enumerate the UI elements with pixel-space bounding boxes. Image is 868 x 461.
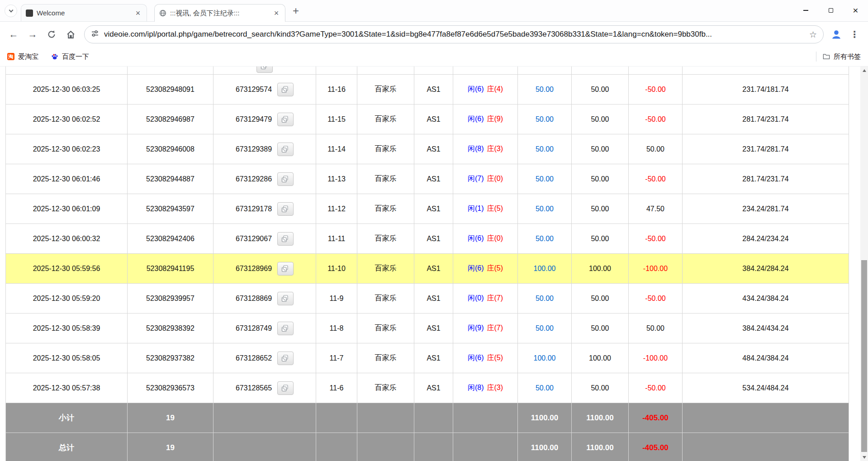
scrollbar[interactable] [860,67,868,461]
game-id-text: 673128652 [236,354,272,362]
profile-icon[interactable] [828,26,844,43]
bookmark-aitaobao[interactable]: 淘 爱淘宝 [7,52,38,61]
cell-game-id: 673128749 [213,314,316,343]
home-button[interactable] [62,25,80,43]
site-info-icon[interactable] [91,29,99,39]
cell-round: 11-11 [316,224,357,254]
bookmark-star-icon[interactable]: ☆ [809,29,817,40]
footer-empty-cell [316,433,357,461]
bookmark-baidu[interactable]: 百度一下 [51,52,89,61]
cell-result: 闲(1)庄(5) [453,194,518,224]
cell-round: 11-16 [316,75,357,105]
close-tab-icon[interactable]: × [134,9,142,17]
replay-icon[interactable] [277,232,294,246]
cell-table: AS1 [414,105,453,134]
new-tab-button[interactable]: + [293,6,299,15]
cell-game-id: 673129574 [213,75,316,105]
total-bet: 1100.00 [518,433,572,461]
cell-game: 百家乐 [357,224,414,254]
footer-empty-cell [683,433,849,461]
cell-round: 11-10 [316,254,357,284]
footer-empty-cell [453,433,518,461]
cell-bet-amount: 50.00 [518,134,572,164]
bet-row: 2025-12-30 05:59:56 523082941195 6731289… [6,254,849,284]
subtotal-row: 小计 19 1100.00 1100.00 -405.00 [6,403,849,433]
cell-game-id: 673129178 [213,194,316,224]
all-bookmarks-button[interactable]: 所有书签 [823,52,861,61]
cell-bet-id: 523082938392 [128,314,213,343]
total-label: 总计 [6,433,128,461]
cell-bet-id: 523082939957 [128,284,213,314]
cell-result: 闲(8)庄(3) [453,134,518,164]
cell-bet-id: 523082946008 [128,134,213,164]
subtotal-label: 小计 [6,403,128,433]
cell-round: 11-9 [316,284,357,314]
replay-icon[interactable] [277,381,294,395]
game-id-text: 673129286 [236,175,272,183]
scrollbar-thumb[interactable] [861,260,867,452]
menu-icon[interactable]: ⋮ [845,25,863,43]
reload-button[interactable] [43,25,61,43]
cell-round: 11-8 [316,314,357,343]
back-button[interactable]: ← [5,25,23,43]
partial-cell [128,67,213,75]
replay-icon[interactable] [256,67,273,73]
partial-row [6,67,849,75]
cell-time: 2025-12-30 06:02:23 [6,134,128,164]
taobao-icon: 淘 [7,53,14,60]
url-text: videoie.com/ipl/portal.php/game/betrecor… [104,30,804,39]
replay-icon[interactable] [277,83,294,96]
game-id-text: 673128869 [236,295,272,303]
cell-table: AS1 [414,373,453,403]
scroll-up-button[interactable] [860,67,868,74]
close-tab-icon[interactable]: × [272,9,280,17]
player-result: 闲(0) [468,294,484,302]
cell-balance: 384.24/434.24 [683,314,849,343]
replay-icon[interactable] [277,322,294,335]
footer-empty-cell [357,433,414,461]
cell-game-id: 673128652 [213,343,316,373]
replay-icon[interactable] [277,292,294,305]
cell-table: AS1 [414,314,453,343]
cell-table: AS1 [414,224,453,254]
player-result: 闲(7) [468,175,484,182]
game-id-text: 673128565 [236,384,272,392]
forward-button[interactable]: → [24,25,42,43]
cell-game: 百家乐 [357,194,414,224]
tab-bet-record[interactable]: :::视讯, 会员下注纪录::: × [154,4,285,22]
player-result: 闲(9) [468,324,484,332]
tab-welcome[interactable]: Welcome × [21,4,147,21]
close-window-button[interactable]: × [843,0,868,21]
bet-row: 2025-12-30 05:59:20 523082939957 6731288… [6,284,849,314]
minimize-button[interactable] [793,0,818,21]
cell-balance: 434.24/384.24 [683,284,849,314]
maximize-button[interactable] [818,0,843,21]
replay-icon[interactable] [277,172,294,186]
bet-row: 2025-12-30 05:58:39 523082938392 6731287… [6,314,849,343]
replay-icon[interactable] [277,143,294,156]
address-bar[interactable]: videoie.com/ipl/portal.php/game/betrecor… [84,25,824,43]
maximize-icon [829,8,833,13]
cell-bet-amount: 50.00 [518,105,572,134]
globe-icon [159,10,166,17]
page-content: 2025-12-30 06:03:25 523082948091 6731295… [0,67,868,461]
player-result: 闲(6) [468,115,484,123]
game-id-text: 673129574 [236,86,272,94]
scroll-down-button[interactable] [860,453,868,461]
banker-result: 庄(5) [487,204,503,212]
cell-bet-amount: 50.00 [518,194,572,224]
tab-search-button[interactable] [5,5,17,17]
replay-icon[interactable] [277,352,294,365]
cell-balance: 231.74/281.74 [683,134,849,164]
cell-result: 闲(6)庄(4) [453,75,518,105]
replay-icon[interactable] [277,113,294,126]
cell-round: 11-15 [316,105,357,134]
partial-cell [6,67,128,75]
cell-valid-amount: 50.00 [572,373,629,403]
replay-icon[interactable] [277,202,294,216]
cell-game-id: 673128869 [213,284,316,314]
cell-game-id: 673129389 [213,134,316,164]
partial-cell [453,67,518,75]
replay-icon[interactable] [277,262,294,276]
bet-row: 2025-12-30 06:01:09 523082943597 6731291… [6,194,849,224]
